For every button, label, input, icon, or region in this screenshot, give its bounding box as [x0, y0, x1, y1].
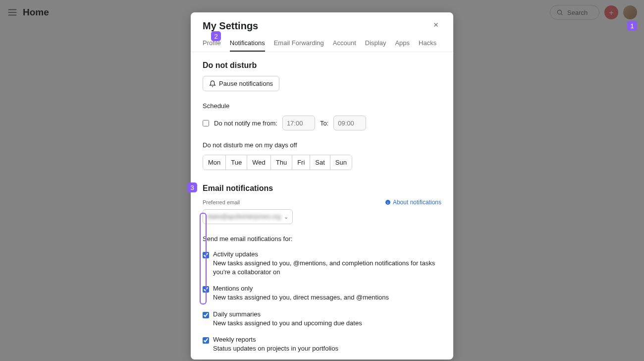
modal-title: My Settings	[203, 20, 258, 32]
dnd-to-input[interactable]	[333, 116, 366, 130]
selected-email: blake@apollointerprises.org	[207, 213, 281, 220]
day-fri[interactable]: Fri	[292, 155, 310, 170]
settings-tabs: Profile Notifications Email Forwarding A…	[203, 37, 441, 52]
day-wed[interactable]: Wed	[247, 155, 271, 170]
day-tue[interactable]: Tue	[226, 155, 247, 170]
tab-hacks[interactable]: Hacks	[419, 37, 436, 52]
day-sun[interactable]: Sun	[330, 155, 352, 170]
bell-off-icon	[209, 80, 216, 87]
section-dnd-title: Do not disturb	[203, 61, 441, 70]
tab-apps[interactable]: Apps	[395, 37, 410, 52]
day-sat[interactable]: Sat	[310, 155, 330, 170]
tab-email-forwarding[interactable]: Email Forwarding	[274, 37, 324, 52]
modal-body: Do not disturb Pause notifications Sched…	[191, 52, 453, 360]
schedule-subhead: Schedule	[203, 102, 441, 110]
activity-title: Activity updates	[213, 250, 441, 258]
tab-notifications[interactable]: Notifications	[230, 37, 265, 52]
close-button[interactable]	[430, 19, 441, 32]
check-mentions-only: Mentions only New tasks assigned to you,…	[203, 285, 441, 302]
callout-badge-3: 3	[187, 182, 197, 192]
days-off-group: Mon Tue Wed Thu Fri Sat Sun	[203, 155, 352, 170]
activity-desc: New tasks assigned to you, @mentions, an…	[213, 259, 441, 277]
callout-badge-2: 2	[211, 31, 221, 41]
check-activity-updates: Activity updates New tasks assigned to y…	[203, 250, 441, 277]
about-label: About notifications	[393, 199, 441, 206]
dnd-schedule-checkbox[interactable]	[203, 120, 209, 126]
pause-notifications-button[interactable]: Pause notifications	[203, 76, 279, 91]
dnd-from-input[interactable]	[282, 116, 315, 130]
daysoff-label: Do not disturb me on my days off	[203, 141, 441, 149]
mentions-desc: New tasks assigned to you, direct messag…	[213, 293, 389, 302]
day-mon[interactable]: Mon	[203, 155, 226, 170]
activity-updates-checkbox[interactable]	[203, 252, 209, 258]
weekly-desc: Status updates on projects in your portf…	[213, 344, 338, 353]
mentions-only-checkbox[interactable]	[203, 286, 209, 293]
daily-desc: New tasks assigned to you and upcoming d…	[213, 319, 362, 328]
chevron-down-icon: ⌄	[284, 214, 288, 220]
pause-label: Pause notifications	[219, 80, 273, 87]
daily-title: Daily summaries	[213, 310, 362, 318]
close-icon	[432, 21, 439, 28]
info-icon: i	[385, 199, 391, 205]
check-daily-summaries: Daily summaries New tasks assigned to yo…	[203, 310, 441, 328]
section-email-title: Email notifications	[203, 184, 441, 193]
weekly-title: Weekly reports	[213, 336, 338, 343]
send-for-label: Send me email notifications for:	[203, 235, 441, 242]
dnd-to-label: To:	[320, 120, 328, 127]
dnd-from-label: Do not notify me from:	[214, 120, 277, 127]
weekly-reports-checkbox[interactable]	[203, 337, 209, 344]
preferred-email-select[interactable]: blake@apollointerprises.org ⌄	[203, 209, 293, 224]
about-notifications-link[interactable]: i About notifications	[385, 199, 441, 206]
svg-text:i: i	[387, 201, 388, 205]
day-thu[interactable]: Thu	[271, 155, 292, 170]
callout-badge-1: 1	[627, 21, 637, 31]
preferred-email-label: Preferred email	[203, 199, 240, 205]
tab-display[interactable]: Display	[365, 37, 386, 52]
mentions-title: Mentions only	[213, 285, 389, 292]
daily-summaries-checkbox[interactable]	[203, 312, 209, 318]
check-weekly-reports: Weekly reports Status updates on project…	[203, 336, 441, 353]
tab-account[interactable]: Account	[333, 37, 356, 52]
settings-modal: My Settings Profile Notifications Email …	[191, 12, 453, 360]
